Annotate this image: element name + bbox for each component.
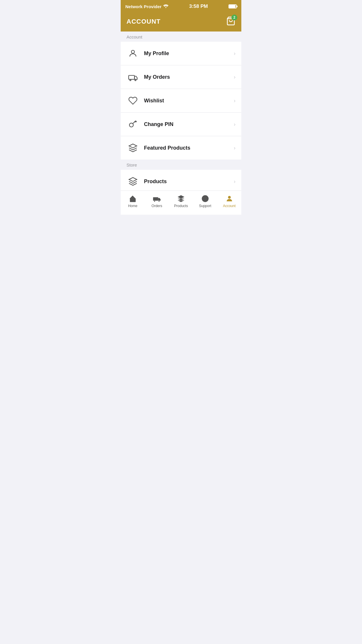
menu-item-featured-products[interactable]: Featured Products › — [121, 136, 241, 160]
wishlist-label: Wishlist — [144, 98, 234, 104]
app-header: ACCOUNT 2 — [121, 13, 241, 32]
page-title: ACCOUNT — [126, 18, 161, 25]
products-label: Products — [144, 178, 234, 185]
svg-marker-6 — [129, 144, 137, 148]
account-menu-list: My Profile › My Orders › Wishlist — [121, 42, 241, 160]
chevron-icon: › — [234, 178, 236, 185]
status-left: Network Provider — [125, 4, 168, 9]
nav-item-support[interactable]: Support — [193, 195, 217, 208]
nav-item-account[interactable]: Account — [217, 195, 241, 208]
home-nav-label: Home — [128, 204, 137, 208]
menu-item-change-pin[interactable]: Change PIN › — [121, 113, 241, 136]
chevron-icon: › — [234, 145, 236, 151]
home-icon — [129, 195, 137, 203]
svg-rect-2 — [129, 76, 134, 79]
svg-point-18 — [154, 201, 155, 202]
svg-point-19 — [159, 201, 160, 202]
cart-badge: 2 — [231, 15, 237, 20]
battery-icon — [229, 4, 237, 8]
bottom-nav: Home Orders Products Support — [121, 190, 241, 215]
svg-point-1 — [131, 50, 135, 53]
featured-products-label: Featured Products — [144, 145, 234, 151]
my-orders-label: My Orders — [144, 74, 234, 80]
key-icon — [126, 118, 139, 131]
menu-item-wishlist[interactable]: Wishlist › — [121, 89, 241, 113]
carrier-text: Network Provider — [125, 4, 161, 9]
support-nav-label: Support — [199, 204, 211, 208]
products-nav-label: Products — [174, 204, 188, 208]
support-icon — [201, 195, 209, 203]
account-nav-label: Account — [223, 204, 236, 208]
change-pin-label: Change PIN — [144, 121, 234, 127]
svg-rect-17 — [153, 197, 158, 201]
svg-marker-20 — [178, 195, 184, 199]
store-menu-list: Products › Manage Customers › — [121, 170, 241, 191]
svg-point-28 — [228, 196, 231, 199]
person-icon — [126, 47, 139, 60]
chevron-icon: › — [234, 121, 236, 127]
layers-icon — [126, 141, 139, 154]
wifi-icon — [163, 4, 168, 9]
content-scroll[interactable]: Account My Profile › My Orders — [121, 32, 241, 191]
svg-point-3 — [130, 80, 131, 81]
nav-item-orders[interactable]: Orders — [145, 195, 169, 208]
nav-item-products[interactable]: Products — [169, 195, 193, 208]
svg-point-22 — [204, 197, 206, 200]
svg-point-5 — [129, 123, 133, 127]
products-nav-icon — [177, 195, 185, 203]
cart-button[interactable]: 2 — [226, 16, 236, 27]
heart-icon — [126, 94, 139, 107]
menu-item-products[interactable]: Products › — [121, 170, 241, 191]
layers2-icon — [126, 175, 139, 188]
section-label-store: Store — [121, 160, 241, 170]
section-label-account: Account — [121, 32, 241, 42]
orders-nav-label: Orders — [152, 204, 162, 208]
truck-icon — [126, 71, 139, 83]
svg-point-4 — [135, 80, 136, 81]
my-profile-label: My Profile — [144, 50, 234, 57]
status-right — [229, 4, 237, 8]
chevron-icon: › — [234, 50, 236, 57]
svg-marker-7 — [129, 178, 137, 181]
orders-icon — [153, 195, 161, 203]
account-nav-icon — [225, 195, 233, 203]
chevron-icon: › — [234, 74, 236, 80]
status-bar: Network Provider 3:58 PM — [121, 0, 241, 13]
menu-item-my-profile[interactable]: My Profile › — [121, 42, 241, 65]
nav-item-home[interactable]: Home — [121, 195, 145, 208]
chevron-icon: › — [234, 98, 236, 104]
status-time: 3:58 PM — [189, 4, 208, 9]
menu-item-my-orders[interactable]: My Orders › — [121, 65, 241, 89]
